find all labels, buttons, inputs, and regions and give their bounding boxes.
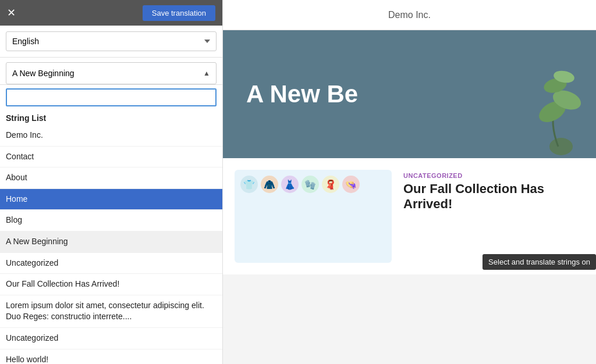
list-item[interactable]: Hello world! <box>0 349 222 364</box>
tooltip: Select and translate strings on <box>483 254 596 270</box>
product-icon-6: 👒 <box>342 176 360 193</box>
card-text: UNCATEGORIZED Our Fall Collection Has Ar… <box>403 170 584 263</box>
search-input[interactable] <box>6 88 217 106</box>
product-icons: 👕 🧥 👗 🧤 🧣 👒 <box>240 176 386 193</box>
preview-panel: Demo Inc. A New Be 👕 🧥 👗 🧤 🧣 👒 <box>223 0 596 364</box>
string-list-label: String List <box>0 110 222 125</box>
list-item[interactable]: Contact <box>0 147 222 168</box>
language-select[interactable]: English French Spanish German <box>6 31 217 51</box>
dropdown-arrow-icon: ▲ <box>203 69 210 77</box>
product-icon-1: 👕 <box>240 176 258 193</box>
close-button[interactable]: ✕ <box>7 8 16 18</box>
product-card: 👕 🧥 👗 🧤 🧣 👒 <box>235 170 392 263</box>
uncategorized-label: UNCATEGORIZED <box>403 172 584 179</box>
dropdown-section: A New Beginning ▲ <box>0 58 222 85</box>
site-title: Demo Inc. <box>388 10 431 20</box>
list-item[interactable]: Uncategorized <box>0 328 222 349</box>
string-list: Demo Inc.ContactAboutHomeBlogA New Begin… <box>0 125 222 364</box>
product-icon-5: 🧣 <box>322 176 339 193</box>
product-icon-2: 🧥 <box>261 176 278 193</box>
list-item[interactable]: Home <box>0 189 222 210</box>
panel-header: ✕ Save translation <box>0 0 222 26</box>
card-title: Our Fall Collection Has Arrived! <box>403 181 584 212</box>
hero-plant-decoration <box>526 53 596 158</box>
list-item[interactable]: Lorem ipsum dolor sit amet, consectetur … <box>0 295 222 328</box>
save-translation-button[interactable]: Save translation <box>143 5 215 21</box>
list-item[interactable]: A New Beginning <box>0 231 222 253</box>
list-item[interactable]: Demo Inc. <box>0 125 222 147</box>
site-header: Demo Inc. <box>223 0 596 30</box>
dropdown-selected-value: A New Beginning <box>12 69 74 78</box>
product-icon-3: 👗 <box>281 176 299 193</box>
hero-heading: A New Be <box>223 80 358 108</box>
hero-section: A New Be <box>223 30 596 158</box>
translation-panel: ✕ Save translation English French Spanis… <box>0 0 223 364</box>
svg-point-0 <box>549 138 573 155</box>
language-select-wrapper: English French Spanish German <box>0 26 222 58</box>
content-section: 👕 🧥 👗 🧤 🧣 👒 UNCATEGORIZED Our Fall Colle… <box>223 158 596 274</box>
list-item[interactable]: Our Fall Collection Has Arrived! <box>0 274 222 295</box>
list-item[interactable]: Uncategorized <box>0 253 222 274</box>
product-icon-4: 🧤 <box>301 176 319 193</box>
list-item[interactable]: Blog <box>0 210 222 231</box>
dropdown-header[interactable]: A New Beginning ▲ <box>6 62 217 84</box>
list-item[interactable]: About <box>0 167 222 189</box>
search-input-wrapper <box>0 85 222 110</box>
